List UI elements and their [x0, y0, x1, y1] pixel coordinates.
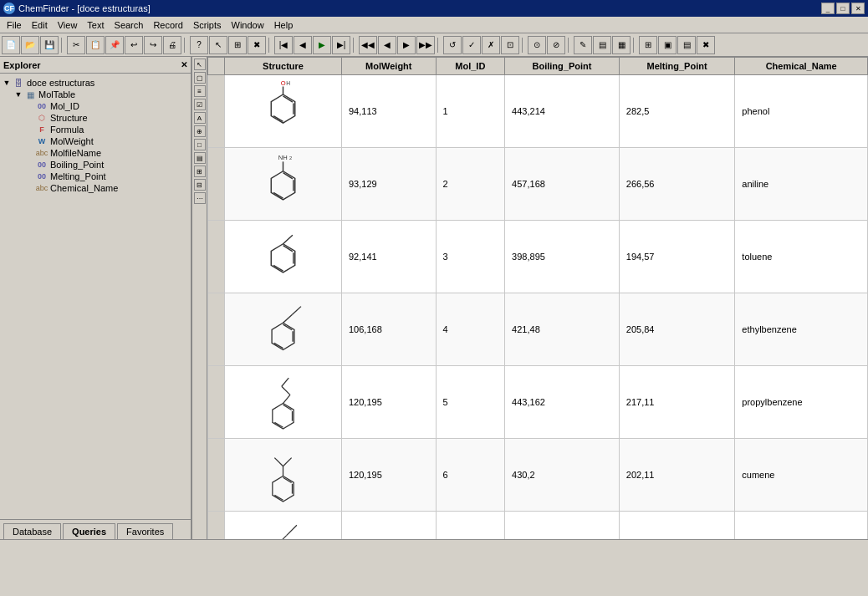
window-controls: _ □ ✕ — [821, 3, 865, 14]
tree-field-melting-point[interactable]: 00 Melting_Point — [0, 171, 191, 182]
close-button[interactable]: ✕ — [851, 3, 865, 14]
toolbar-form[interactable]: ▤ — [677, 36, 696, 54]
side-btn-10[interactable]: ⋯ — [194, 192, 206, 204]
side-btn-4[interactable]: A — [194, 112, 206, 124]
svg-text:NH: NH — [278, 154, 288, 161]
col-header-structure[interactable]: Structure — [225, 58, 342, 75]
toolbar-edit-struct[interactable]: ✎ — [574, 36, 592, 54]
side-btn-8[interactable]: ⊞ — [194, 166, 206, 177]
col-header-melting[interactable]: Melting_Point — [619, 58, 735, 75]
toolbar-pointer[interactable]: ↖ — [209, 36, 227, 54]
menu-search[interactable]: Search — [110, 18, 149, 32]
nav-skip-back[interactable]: ◀◀ — [359, 36, 377, 54]
svg-line-23 — [283, 314, 293, 323]
side-btn-7[interactable]: ▤ — [194, 152, 206, 164]
tree-field-molfilename[interactable]: abc MolfileName — [0, 147, 191, 159]
side-btn-pointer[interactable]: ↖ — [194, 59, 206, 70]
table-row: 106,168 4 421,48 205,84 ethylbenzene — [208, 293, 868, 366]
tree-field-mol-id[interactable]: 00 Mol_ID — [0, 100, 191, 112]
toolbar-dup[interactable]: ▣ — [658, 36, 677, 54]
toolbar-open[interactable]: 📂 — [21, 36, 39, 54]
cell-molid-5: 5 — [436, 366, 505, 439]
table-row — [208, 512, 868, 540]
root-expand-icon: ▼ — [2, 79, 12, 87]
minimize-button[interactable]: _ — [821, 3, 835, 14]
toolbar-new[interactable]: 📄 — [2, 36, 20, 54]
toolbar-new2[interactable]: ⊞ — [639, 36, 657, 54]
tab-database[interactable]: Database — [3, 523, 61, 539]
menu-edit[interactable]: Edit — [27, 18, 53, 32]
status-text — [3, 543, 6, 553]
toolbar-table-view[interactable]: ▦ — [612, 36, 631, 54]
svg-line-29 — [283, 395, 290, 403]
tree-field-formula[interactable]: F Formula — [0, 124, 191, 135]
cell-chemname-7 — [735, 512, 868, 540]
toolbar-save[interactable]: 💾 — [40, 36, 59, 54]
explorer-close-button[interactable]: ✕ — [181, 60, 187, 69]
col-header-molweight[interactable]: MolWeight — [342, 58, 437, 75]
toolbar-list[interactable]: ▤ — [593, 36, 611, 54]
toolbar-cancel[interactable]: ✗ — [482, 36, 500, 54]
tree-field-molweight[interactable]: W MolWeight — [0, 135, 191, 147]
menu-view[interactable]: View — [53, 18, 83, 32]
toolbar-copy[interactable]: 📋 — [86, 36, 105, 54]
side-btn-3[interactable]: ☑ — [194, 99, 206, 110]
toolbar-del[interactable]: ✖ — [697, 36, 715, 54]
toolbar-cut[interactable]: ✂ — [67, 36, 85, 54]
row-num-2 — [208, 148, 225, 221]
svg-text:H: H — [286, 80, 290, 86]
menu-file[interactable]: File — [2, 18, 27, 32]
toolbar-paste[interactable]: 📌 — [105, 36, 124, 54]
toolbar-box[interactable]: ⊡ — [501, 36, 519, 54]
tree-field-structure[interactable]: ⬡ Structure — [0, 112, 191, 124]
toolbar-search-off[interactable]: ⊘ — [547, 36, 565, 54]
nav-prev[interactable]: ◀ — [294, 36, 312, 54]
toolbar-refresh[interactable]: ↺ — [443, 36, 462, 54]
tab-queries[interactable]: Queries — [63, 523, 115, 539]
nav-play[interactable]: ▶ — [313, 36, 331, 54]
melting-icon: 00 — [35, 171, 49, 181]
tree-moltable[interactable]: ▼ ▦ MolTable — [0, 89, 191, 100]
nav-skip-forward[interactable]: ▶▶ — [416, 36, 435, 54]
toolbar-print[interactable]: 🖨 — [163, 36, 181, 54]
cell-melting-6: 202,11 — [619, 439, 735, 512]
nav-last[interactable]: ▶| — [332, 36, 350, 54]
tree-field-chemical-name[interactable]: abc Chemical_Name — [0, 182, 191, 194]
menu-window[interactable]: Window — [227, 18, 269, 32]
col-header-mol-id[interactable]: Mol_ID — [436, 58, 505, 75]
toolbar-help[interactable]: ? — [190, 36, 208, 54]
nav-back[interactable]: ◀ — [378, 36, 396, 54]
side-btn-2[interactable]: ≡ — [194, 85, 206, 97]
tree-root[interactable]: ▼ 🗄 doce estructuras — [0, 77, 191, 89]
toolbar-check[interactable]: ✓ — [462, 36, 481, 54]
nav-forward[interactable]: ▶ — [397, 36, 416, 54]
toolbar-undo[interactable]: ↩ — [125, 36, 143, 54]
tab-favorites[interactable]: Favorites — [117, 523, 173, 539]
toolbar-redo[interactable]: ↪ — [144, 36, 162, 54]
nav-first[interactable]: |◀ — [274, 36, 293, 54]
formula-icon: F — [35, 125, 49, 135]
menu-help[interactable]: Help — [269, 18, 299, 32]
svg-text:O: O — [281, 79, 286, 87]
toolbar-sep-3 — [268, 38, 272, 53]
side-btn-6[interactable]: □ — [194, 139, 206, 150]
toolbar-cross[interactable]: ✖ — [248, 36, 266, 54]
side-btn-1[interactable]: ▢ — [194, 72, 206, 84]
toolbar-grid[interactable]: ⊞ — [228, 36, 247, 54]
side-btn-9[interactable]: ⊟ — [194, 179, 206, 191]
col-header-boiling[interactable]: Boiling_Point — [505, 58, 620, 75]
maximize-button[interactable]: □ — [836, 3, 850, 14]
explorer-tree: ▼ 🗄 doce estructuras ▼ ▦ MolTable 00 Mol… — [0, 74, 191, 519]
data-area[interactable]: Structure MolWeight Mol_ID Boiling_Point… — [207, 57, 868, 539]
menu-scripts[interactable]: Scripts — [188, 18, 227, 32]
tree-field-boiling-point[interactable]: 00 Boiling_Point — [0, 159, 191, 171]
menu-text[interactable]: Text — [82, 18, 109, 32]
menu-record[interactable]: Record — [148, 18, 187, 32]
col-header-chemical-name[interactable]: Chemical_Name — [735, 58, 868, 75]
cell-melting-5: 217,11 — [619, 366, 735, 439]
cell-molweight-1: 94,113 — [342, 75, 437, 148]
side-btn-5[interactable]: ⊕ — [194, 125, 206, 137]
field-chemical-name-label: Chemical_Name — [50, 183, 118, 193]
cell-boiling-1: 443,214 — [505, 75, 620, 148]
toolbar-search-chem[interactable]: ⊙ — [528, 36, 546, 54]
